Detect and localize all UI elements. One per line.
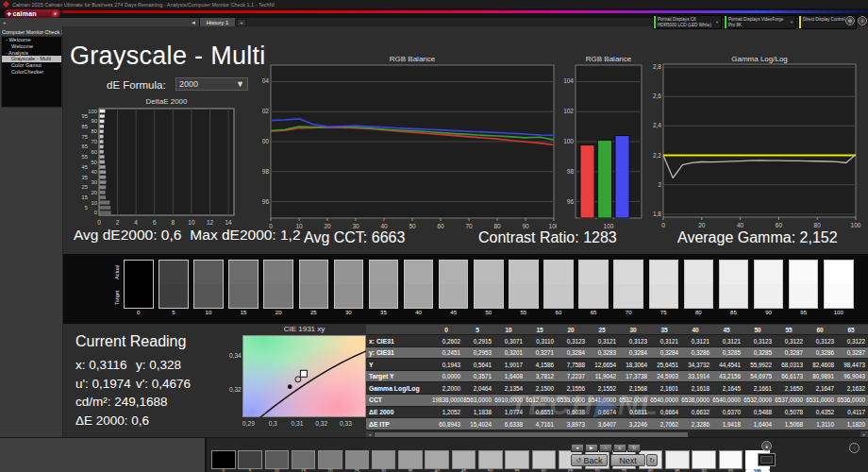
caret-down-icon: ▼: [788, 20, 795, 25]
table-cell: 2,0464: [463, 382, 494, 394]
cie-overlay: [242, 335, 366, 417]
pattern-swatch-90[interactable]: [692, 450, 716, 469]
table-row-0: x: CIE310,26020,29150,30710,31100,31230,…: [366, 335, 868, 347]
tree-item-colorchecker[interactable]: ColorChecker: [2, 69, 61, 76]
de-formula-select[interactable]: 2000 ▼: [175, 77, 248, 91]
table-cell: 66,6173: [775, 371, 806, 382]
pattern-swatch-85[interactable]: [665, 450, 690, 469]
device-chip-1[interactable]: Portrait Displays VideoForge Pro 8K▼: [724, 15, 796, 29]
app-menu-caret-icon[interactable]: ▼: [52, 10, 58, 17]
add-tab-button[interactable]: +: [237, 19, 246, 26]
pattern-swatch-45[interactable]: [452, 450, 476, 469]
grayscale-swatch-35: [369, 260, 399, 309]
table-cell: 0,3122: [837, 335, 868, 346]
table-cell: 0,6632: [681, 407, 712, 418]
pattern-swatch-0[interactable]: [211, 450, 236, 469]
pattern-swatch-40[interactable]: [425, 450, 449, 469]
swatch-target: [125, 284, 153, 308]
collapse-panel-button[interactable]: ◄: [191, 20, 196, 25]
swatch-actual: [440, 261, 468, 284]
tree-item-welcome[interactable]: - Welcome: [2, 37, 61, 43]
settings-button[interactable]: ⚙: [845, 16, 855, 25]
grayscale-swatch-65: [578, 260, 609, 309]
grayscale-strip: ActualTarget0510152025303540455055606570…: [63, 254, 868, 324]
table-cell: 8563,0000: [463, 395, 494, 406]
table-cell: 3,7812: [526, 371, 557, 382]
loop-icon: ↻: [632, 445, 636, 450]
swatch-actual: [790, 261, 818, 284]
pattern-swatch-15[interactable]: [292, 450, 316, 469]
svg-text:100: 100: [549, 223, 557, 229]
pattern-swatch-35[interactable]: [398, 450, 423, 469]
table-cell: 6540,0000: [712, 395, 743, 406]
delta-e-bar: [100, 145, 104, 148]
info-button[interactable]: i: [858, 16, 867, 25]
tab-history-1[interactable]: History 1: [200, 18, 235, 26]
pattern-swatch-5[interactable]: [238, 450, 262, 469]
table-cell: 0,2953: [463, 347, 494, 359]
next-arrow-button[interactable]: ↻: [646, 454, 658, 466]
table-cell: 0,3122: [775, 335, 806, 346]
swatch-target: [509, 284, 538, 308]
table-cell: 6537,0000: [775, 395, 806, 406]
table-cell: 0,3121: [588, 335, 619, 346]
svg-text:100: 100: [88, 109, 97, 114]
svg-text:1,8: 1,8: [653, 211, 661, 217]
grayscale-swatch-20: [263, 260, 293, 309]
grayscale-swatch-70: [613, 260, 643, 309]
pattern-swatch-50[interactable]: [478, 450, 503, 469]
table-row-label: ΔE 2000: [366, 407, 432, 418]
tree-item-color-gamut[interactable]: Color Gamut: [2, 62, 61, 69]
svg-text:0: 0: [97, 219, 101, 226]
swatch-level-label: 15: [228, 310, 259, 315]
tree-item-grayscale-multi[interactable]: Grayscale - Multi: [2, 56, 61, 62]
svg-text:100: 100: [563, 138, 574, 144]
table-cell: 6538,0000: [681, 395, 712, 406]
current-reading-heading: Current Reading: [75, 333, 241, 350]
swatch-actual: [125, 261, 153, 284]
rgb-bar-blue: [615, 136, 629, 218]
table-column-header: 10: [494, 325, 526, 334]
add-page-button[interactable]: +: [3, 20, 7, 25]
swatch-target: [720, 284, 748, 308]
swatch-level-label: 55: [509, 310, 539, 315]
tree-item-analysis[interactable]: - Analysis: [2, 50, 61, 57]
table-column-header: 0: [432, 325, 463, 334]
play-button[interactable]: ▶: [585, 444, 598, 452]
meter-button[interactable]: ∩: [599, 444, 612, 452]
pattern-swatch-20[interactable]: [318, 450, 342, 469]
table-cell: 0,3286: [681, 347, 712, 359]
svg-text:96: 96: [262, 198, 269, 205]
pattern-swatch-60[interactable]: [532, 450, 557, 469]
table-cell: 12,6654: [588, 359, 619, 370]
table-cell: 1,1820: [837, 418, 868, 430]
swatch-actual: [755, 261, 783, 284]
swatch-level-label: 30: [334, 310, 364, 315]
table-row-label: Y: [366, 359, 432, 370]
swatch-target: [790, 284, 818, 308]
table-column-header: [366, 325, 432, 334]
pattern-window-button[interactable]: [758, 453, 776, 466]
swatch-target: [300, 284, 328, 308]
power-toggle-button[interactable]: [849, 443, 860, 453]
pause-button[interactable]: ≡: [613, 444, 626, 452]
delta-e-bar: [100, 171, 106, 174]
record-button[interactable]: ●: [571, 444, 584, 452]
table-column-header: 50: [743, 325, 775, 334]
back-button[interactable]: ↺ Back: [571, 454, 608, 466]
loop-button[interactable]: ↻: [627, 444, 641, 452]
pattern-swatch-95[interactable]: [719, 450, 743, 469]
meter-button[interactable]: ●: [761, 441, 772, 451]
table-cell: 1,9017: [494, 359, 526, 370]
tree-item-welcome[interactable]: Welcome: [2, 43, 61, 50]
pattern-swatch-55[interactable]: [505, 450, 529, 469]
svg-text:104: 104: [563, 77, 574, 84]
next-button[interactable]: Next: [610, 454, 645, 466]
pattern-swatch-30[interactable]: [372, 450, 396, 469]
svg-text:80: 80: [92, 128, 97, 134]
svg-text:40: 40: [92, 169, 97, 175]
swatch-target: [264, 284, 292, 308]
pattern-swatch-10[interactable]: [265, 450, 290, 469]
pattern-swatch-25[interactable]: [345, 450, 370, 469]
device-chip-0[interactable]: Portrait Displays C6 HDR5000 LCD (LED Wh…: [653, 15, 722, 29]
